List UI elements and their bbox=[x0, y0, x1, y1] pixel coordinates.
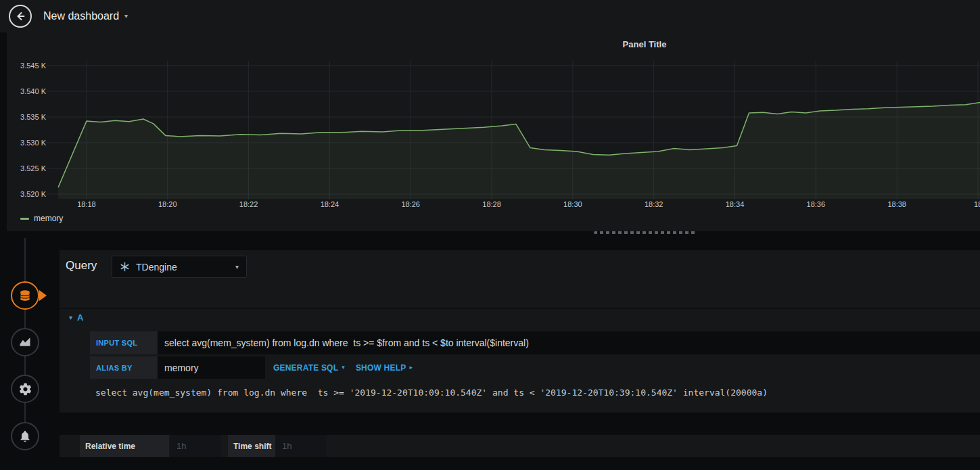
input-sql-field[interactable] bbox=[158, 331, 980, 354]
x-axis-label: 18:26 bbox=[390, 200, 431, 208]
chevron-right-icon: ▸ bbox=[409, 365, 413, 371]
query-ref-row[interactable]: ▾ A bbox=[60, 308, 980, 326]
x-axis-label: 18:30 bbox=[553, 200, 593, 208]
alias-by-row: ALIAS BY GENERATE SQL ▾ SHOW HELP ▸ bbox=[90, 356, 980, 379]
query-section-title: Query bbox=[66, 258, 97, 274]
grafana-app: New dashboard ▾ Panel Title 3.545 K3.540… bbox=[0, 0, 980, 470]
sidebar-tab-general[interactable] bbox=[11, 375, 39, 403]
alias-by-field[interactable] bbox=[158, 356, 265, 379]
dashboard-title[interactable]: New dashboard ▾ bbox=[43, 10, 128, 22]
y-axis-label: 3.530 K bbox=[12, 138, 46, 147]
chevron-down-icon: ▾ bbox=[69, 314, 72, 321]
relative-time-label: Relative time bbox=[80, 435, 169, 457]
gear-icon bbox=[18, 382, 32, 396]
time-shift-label: Time shift bbox=[228, 435, 275, 457]
query-ref-id: A bbox=[77, 312, 83, 323]
legend-series-label: memory bbox=[34, 214, 63, 223]
bell-icon bbox=[18, 429, 32, 443]
sidebar-tab-queries[interactable] bbox=[11, 281, 39, 310]
x-axis-label: 18:36 bbox=[795, 200, 836, 208]
x-axis-label: 18:28 bbox=[471, 200, 512, 208]
graph-panel: Panel Title 3.545 K3.540 K3.535 K3.530 K… bbox=[7, 32, 980, 231]
y-axis-label: 3.525 K bbox=[12, 164, 46, 173]
legend-color-swatch bbox=[20, 218, 29, 220]
back-button[interactable] bbox=[9, 5, 32, 28]
datasource-name: TDengine bbox=[136, 262, 177, 273]
tdengine-logo-icon bbox=[120, 262, 130, 272]
chevron-down-icon: ▾ bbox=[342, 365, 345, 371]
top-bar: New dashboard ▾ bbox=[0, 0, 980, 32]
y-axis-label: 3.545 K bbox=[12, 61, 46, 70]
arrow-left-icon bbox=[14, 10, 26, 22]
input-sql-label: INPUT SQL bbox=[90, 331, 157, 354]
datasource-picker[interactable]: TDengine ▾ bbox=[112, 256, 247, 278]
dashboard-title-text: New dashboard bbox=[43, 10, 119, 22]
sidebar-tab-alert[interactable] bbox=[11, 422, 39, 450]
query-header: Query TDengine ▾ bbox=[60, 250, 980, 308]
legend-item-memory[interactable]: memory bbox=[20, 214, 63, 223]
x-axis-label: 18:34 bbox=[715, 200, 755, 208]
area-chart-icon bbox=[18, 335, 32, 349]
y-axis-label: 3.520 K bbox=[12, 189, 46, 199]
query-options-row: Relative time Time shift bbox=[60, 435, 980, 457]
time-shift-input[interactable] bbox=[275, 435, 326, 457]
database-icon bbox=[18, 289, 32, 302]
x-axis-label: 18:22 bbox=[229, 200, 269, 208]
sidebar-tab-visualization[interactable] bbox=[11, 328, 39, 356]
y-axis-label: 3.540 K bbox=[12, 87, 46, 96]
relative-time-input[interactable] bbox=[170, 435, 221, 457]
input-sql-row: INPUT SQL bbox=[90, 331, 980, 354]
show-help-button[interactable]: SHOW HELP ▸ bbox=[356, 363, 413, 373]
x-axis-label: 18:24 bbox=[309, 200, 350, 208]
chevron-down-icon: ▾ bbox=[124, 13, 128, 20]
panel-editor: Query TDengine ▾ ▾ A bbox=[0, 235, 980, 470]
x-axis-label: 18:32 bbox=[634, 200, 674, 208]
horizontal-scrollbar[interactable] bbox=[594, 231, 697, 234]
x-axis-label: 18:18 bbox=[66, 200, 107, 208]
panel-title[interactable]: Panel Title bbox=[623, 39, 667, 49]
x-axis-label: 18:20 bbox=[147, 200, 188, 208]
show-help-label: SHOW HELP bbox=[356, 363, 406, 373]
generate-sql-button[interactable]: GENERATE SQL ▾ bbox=[273, 363, 345, 373]
generated-sql-text: select avg(mem_system) from log.dn where… bbox=[95, 387, 980, 398]
x-axis-label: 18:38 bbox=[877, 200, 917, 208]
chevron-down-icon: ▾ bbox=[235, 263, 239, 271]
generate-sql-label: GENERATE SQL bbox=[273, 363, 338, 373]
alias-by-label: ALIAS BY bbox=[90, 356, 157, 379]
active-tab-arrow-icon bbox=[39, 290, 47, 301]
y-axis-label: 3.535 K bbox=[12, 112, 46, 122]
time-series-chart: 3.545 K3.540 K3.535 K3.530 K3.525 K3.520… bbox=[7, 32, 980, 231]
query-editor: Query TDengine ▾ ▾ A bbox=[60, 250, 980, 413]
x-axis-label: 18 bbox=[958, 200, 980, 208]
